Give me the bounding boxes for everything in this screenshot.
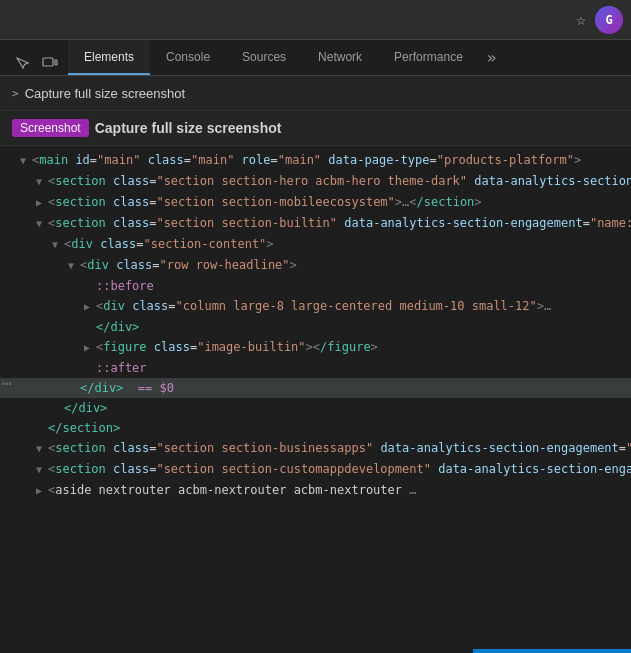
- device-icon[interactable]: [38, 51, 62, 75]
- triangle-open[interactable]: [20, 152, 32, 170]
- dom-line[interactable]: <section class="section section-hero acb…: [0, 171, 631, 192]
- devtools-tabbar: Elements Console Sources Network Perform…: [0, 40, 631, 76]
- avatar[interactable]: G: [595, 6, 623, 34]
- dom-line[interactable]: </div>: [0, 317, 631, 337]
- cursor-icon[interactable]: [10, 51, 34, 75]
- triangle-open[interactable]: [52, 236, 64, 254]
- svg-rect-0: [43, 58, 53, 66]
- tab-performance[interactable]: Performance: [378, 40, 479, 75]
- dom-line[interactable]: </div>: [0, 398, 631, 418]
- dom-line[interactable]: <section class="section section-builtin"…: [0, 213, 631, 234]
- triangle-closed[interactable]: [84, 298, 96, 316]
- tab-console[interactable]: Console: [150, 40, 226, 75]
- triangle-open[interactable]: [36, 461, 48, 479]
- triangle-closed[interactable]: [36, 482, 48, 500]
- capture-bar: > Capture full size screenshot: [0, 76, 631, 111]
- triangle-open[interactable]: [68, 257, 80, 275]
- capture-arrow: >: [12, 87, 19, 100]
- dom-line[interactable]: ::before: [0, 276, 631, 296]
- tab-network[interactable]: Network: [302, 40, 378, 75]
- triangle-open[interactable]: [36, 173, 48, 191]
- browser-chrome: ☆ G: [0, 0, 631, 40]
- screenshot-badge: Screenshot: [12, 119, 89, 137]
- url-overlay: https://blog.csdn.net/GqdQuO: [473, 649, 631, 653]
- dom-line[interactable]: </section>: [0, 418, 631, 438]
- svg-rect-1: [55, 60, 57, 65]
- star-icon[interactable]: ☆: [567, 6, 595, 34]
- dom-line[interactable]: <figure class="image-builtin"></figure>: [0, 337, 631, 358]
- tab-sources[interactable]: Sources: [226, 40, 302, 75]
- dom-line[interactable]: <div class="column large-8 large-centere…: [0, 296, 631, 317]
- triangle-open[interactable]: [36, 440, 48, 458]
- triangle-open[interactable]: [36, 215, 48, 233]
- tab-elements[interactable]: Elements: [68, 40, 150, 75]
- capture-text: Capture full size screenshot: [25, 86, 185, 101]
- dom-line[interactable]: </div> == $0: [0, 378, 631, 398]
- dots-menu-button[interactable]: …: [0, 370, 20, 390]
- dom-line[interactable]: <section class="section section-mobileec…: [0, 192, 631, 213]
- dom-line[interactable]: <aside nextrouter acbm-nextrouter acbm-n…: [0, 480, 631, 501]
- dom-line[interactable]: <main id="main" class="main" role="main"…: [0, 150, 631, 171]
- elements-panel: <main id="main" class="main" role="main"…: [0, 146, 631, 653]
- triangle-closed[interactable]: [84, 339, 96, 357]
- dom-line[interactable]: <div class="row row-headline">: [0, 255, 631, 276]
- screenshot-title: Capture full size screenshot: [95, 120, 282, 136]
- tab-tool-icons: [4, 51, 68, 75]
- dom-tree: <main id="main" class="main" role="main"…: [0, 146, 631, 653]
- dom-line[interactable]: <section class="section section-customap…: [0, 459, 631, 480]
- more-tabs-button[interactable]: »: [479, 40, 505, 75]
- dom-line[interactable]: <div class="section-content">: [0, 234, 631, 255]
- dom-line[interactable]: ::after: [0, 358, 631, 378]
- triangle-closed[interactable]: [36, 194, 48, 212]
- screenshot-header: Screenshot Capture full size screenshot: [0, 111, 631, 146]
- dom-line[interactable]: <section class="section section-business…: [0, 438, 631, 459]
